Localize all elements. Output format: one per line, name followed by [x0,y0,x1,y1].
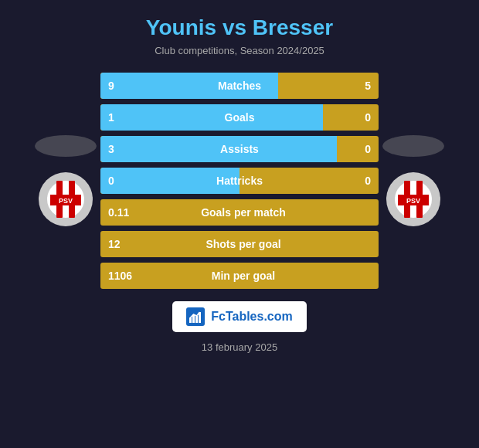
stat-label: Hattricks [135,175,344,187]
stat-label: Assists [135,143,344,155]
right-ellipse [382,135,444,157]
page-container: Younis vs Bresser Club competitions, Sea… [0,0,479,448]
stat-left-value: 3 [100,143,135,155]
svg-text:PSV: PSV [59,197,73,205]
watermark-text: FcTables.com [211,310,293,324]
watermark-icon [186,307,205,326]
right-team-logo: PSV [379,135,448,226]
svg-rect-14 [195,316,198,323]
stat-left-value: 0 [100,175,135,187]
stat-left-value: 9 [100,80,135,92]
right-logo-circle: PSV [386,172,440,226]
stat-row: 0.11 Goals per match [100,199,379,226]
left-logo-circle: PSV [39,172,93,226]
watermark: FcTables.com [172,301,307,332]
stat-label: Matches [135,80,344,92]
stat-label: Shots per goal [143,238,344,250]
stat-row: 12 Shots per goal [100,230,379,258]
stat-right-value: 0 [344,175,379,187]
page-subtitle: Club competitions, Season 2024/2025 [155,45,324,56]
svg-rect-12 [189,317,192,323]
stat-row: 1106 Min per goal [100,262,379,290]
left-ellipse [35,135,97,157]
stats-section: 9 Matches 5 1 Goals 0 3 Assists 0 [100,72,379,290]
stat-bar: 1106 Min per goal [100,263,379,289]
left-team-logo: PSV [31,135,100,226]
svg-text:PSV: PSV [406,197,420,205]
stat-bar: 0.11 Goals per match [100,199,379,226]
stat-label: Goals [135,111,344,124]
stat-left-value: 1 [100,111,135,124]
stat-bar: 0 Hattricks 0 [100,168,379,194]
date-label: 13 february 2025 [202,341,277,353]
page-title: Younis vs Bresser [146,15,333,40]
stat-bar: 12 Shots per goal [100,231,379,257]
stat-right-value: 5 [344,80,379,92]
stat-left-value: 1106 [100,270,143,282]
stat-right-value: 0 [344,111,379,124]
stat-row: 3 Assists 0 [100,135,379,163]
stat-bar: 3 Assists 0 [100,136,379,162]
left-team-emblem: PSV [42,176,89,222]
chart-icon [189,310,202,324]
stat-row: 1 Goals 0 [100,104,379,131]
stat-label: Min per goal [143,270,344,282]
stat-left-value: 12 [100,238,143,250]
stat-right-value: 0 [344,143,379,155]
stat-left-value: 0.11 [100,206,143,219]
stat-label: Goals per match [143,206,344,219]
main-content: PSV 9 Matches 5 1 Goals 0 [8,72,471,290]
stat-bar: 9 Matches 5 [100,73,379,99]
stat-row: 0 Hattricks 0 [100,167,379,195]
right-team-emblem: PSV [390,176,437,222]
stat-bar: 1 Goals 0 [100,104,379,131]
stat-row: 9 Matches 5 [100,72,379,100]
